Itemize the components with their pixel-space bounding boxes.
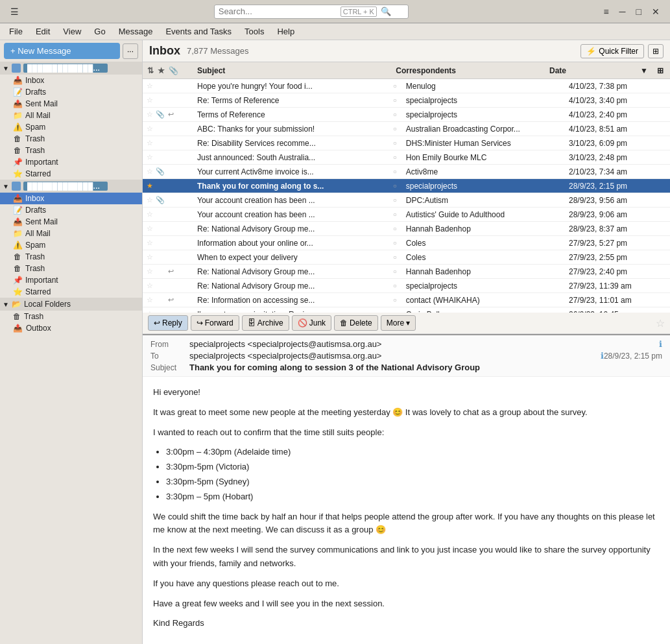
star-icon[interactable]: ☆ [145,210,154,219]
account-1-header[interactable]: ▼ ████████████████ [0,62,142,75]
sidebar-item-sent-1[interactable]: 📤 Sent Mail [0,98,142,110]
junk-btn[interactable]: 🚫 Junk [292,315,331,331]
menubar-item-view[interactable]: View [56,25,88,38]
menubar-item-go[interactable]: Go [88,25,112,38]
star-icon[interactable]: ☆ [145,267,154,276]
sidebar-item-inbox-2[interactable]: 📥 Inbox [0,193,142,204]
archive-btn[interactable]: 🗄 Archive [242,315,289,331]
menubar-item-file[interactable]: File [3,25,29,38]
menubar-item-help[interactable]: Help [270,25,301,38]
star-icon[interactable]: ☆ [145,239,154,248]
star-icon[interactable]: ☆ [145,281,154,291]
email-row[interactable]: ☆Re: National Advisory Group me...○speci… [143,279,670,293]
email-row[interactable]: ★Thank you for coming along to s...○spec… [143,179,670,193]
star-icon[interactable]: ☆ [145,139,154,148]
sidebar-item-drafts-2[interactable]: 📝 Drafts [0,204,142,216]
star-icon[interactable]: ☆ [145,125,154,134]
email-row[interactable]: ☆Re: National Advisory Group me...○Hanna… [143,222,670,236]
star-icon[interactable]: ☆ [145,153,154,162]
local-folders-header[interactable]: ▼ 📂 Local Folders [0,298,142,311]
email-row[interactable]: ☆ABC: Thanks for your submission!○Austra… [143,122,670,136]
email-row[interactable]: ☆📎↩Terms of Reference○specialprojects4/1… [143,108,670,122]
sidebar-item-allmail-2[interactable]: 📁 All Mail [0,228,142,239]
star-icon[interactable]: ☆ [145,110,154,119]
sidebar-item-drafts-1[interactable]: 📝 Drafts [0,86,142,98]
sidebar-item-important-1[interactable]: 📌 Important [0,156,142,168]
sidebar-item-sent-2[interactable]: 📤 Sent Mail [0,216,142,228]
email-date: 4/10/23, 8:51 am [566,125,670,134]
sort-star-icon[interactable]: ★ [156,66,167,75]
menubar-item-edit[interactable]: Edit [29,25,56,38]
sidebar-item-trash-2a[interactable]: 🗑 Trash [0,251,142,263]
email-date: 3/10/23, 6:09 pm [566,139,670,148]
col-grid-btn[interactable]: ⊞ [651,66,670,75]
email-row[interactable]: ☆When to expect your delivery○Coles27/9/… [143,250,670,265]
quick-filter-btn[interactable]: ⚡ Quick Filter [580,44,644,58]
col-correspondents-header[interactable]: Correspondents [393,66,534,75]
hamburger-menu-btn[interactable]: ☰ [5,4,24,19]
window-menu-btn[interactable]: ≡ [598,4,614,19]
menubar-item-message[interactable]: Message [112,25,160,38]
email-row[interactable]: ☆Your account creation has been ...○Auti… [143,208,670,222]
email-row[interactable]: ☆Information about your online or...○Col… [143,236,670,250]
grid-view-btn[interactable]: ⊞ [648,44,664,58]
sort-thread-icon[interactable]: ⇅ [145,66,156,75]
email-row[interactable]: ☆📎Your account creation has been ...○DPC… [143,193,670,208]
folder-label: Important [25,158,58,167]
email-row[interactable]: ☆Re: Disability Services recomme...○DHS:… [143,136,670,150]
menubar-item-events-and-tasks[interactable]: Events and Tasks [159,25,238,38]
reply-btn[interactable]: ↩ Reply [148,315,188,331]
col-subject-header[interactable]: Subject [195,66,380,75]
star-icon[interactable]: ☆ [145,167,154,176]
filter-bars-icon: ⚡ [586,47,596,56]
star-email-btn[interactable]: ☆ [656,317,665,329]
sort-attachment-icon[interactable]: 📎 [167,66,180,75]
sidebar-item-trash-2b[interactable]: 🗑 Trash [0,263,142,274]
body-para-5: In the next few weeks I will send the su… [153,543,660,571]
more-dropdown-btn[interactable]: More ▾ [381,315,416,331]
sidebar-item-trash-1b[interactable]: 🗑 Trash [0,145,142,156]
sidebar-more-btn[interactable]: ··· [123,43,138,59]
star-icon[interactable]: ☆ [145,82,154,91]
close-btn[interactable]: ✕ [647,4,665,19]
sidebar-item-inbox-1[interactable]: 📥 Inbox [0,75,142,86]
body-para-4: We could shift the time back by half an … [153,510,660,538]
star-icon[interactable]: ★ [145,182,154,191]
email-row[interactable]: ☆Hope you're hungry! Your food i...○Menu… [143,79,670,93]
email-date: 4/10/23, 2:40 pm [566,110,670,119]
account-2-header[interactable]: ▼ ████████████████ [0,180,142,193]
sidebar-item-starred-2[interactable]: ⭐ Starred [0,286,142,298]
search-input[interactable] [219,6,335,16]
delete-btn[interactable]: 🗑 Delete [334,315,378,331]
new-message-btn[interactable]: + New Message [4,43,120,59]
sidebar-item-spam-2[interactable]: ⚠️ Spam [0,239,142,251]
star-icon[interactable]: ☆ [145,253,154,262]
sidebar-item-starred-1[interactable]: ⭐ Starred [0,168,142,180]
sidebar-item-local-trash[interactable]: 🗑 Trash [0,311,142,322]
email-row[interactable]: ☆↩Re: Information on accessing se...○con… [143,293,670,307]
minimize-btn[interactable]: ─ [614,4,631,19]
col-date-header[interactable]: Date ▼ [547,66,651,75]
sidebar-item-outbox[interactable]: 📤 Outbox [0,322,142,334]
sidebar-item-important-2[interactable]: 📌 Important [0,274,142,286]
star-icon[interactable]: ☆ [145,224,154,233]
email-row[interactable]: ☆Just announced: South Australia...○Hon … [143,150,670,165]
sidebar-item-allmail-1[interactable]: 📁 All Mail [0,110,142,121]
menubar-item-tools[interactable]: Tools [238,25,270,38]
reply-indicator-icon [166,210,175,219]
sidebar-item-trash-1a[interactable]: 🗑 Trash [0,133,142,145]
allmail-icon: 📁 [13,111,22,120]
star-icon[interactable]: ☆ [145,196,154,205]
email-row[interactable]: ☆↩Re: National Advisory Group me...○Hann… [143,265,670,279]
reply-indicator-icon [166,139,175,148]
email-subject: Terms of Reference [195,110,393,119]
sidebar-item-spam-1[interactable]: ⚠️ Spam [0,121,142,133]
forward-btn[interactable]: ↪ Forward [191,315,239,331]
star-icon[interactable]: ☆ [145,96,154,105]
email-row[interactable]: ☆Re: Terms of Reference○specialprojects4… [143,93,670,108]
email-row[interactable]: ☆I've sent you an invitation. Revi...○Cr… [143,307,670,313]
inbox-icon: 📥 [13,76,22,85]
maximize-btn[interactable]: □ [631,4,647,19]
email-row[interactable]: ☆📎Your current Activ8me invoice is...○Ac… [143,165,670,179]
star-icon[interactable]: ☆ [145,296,154,305]
